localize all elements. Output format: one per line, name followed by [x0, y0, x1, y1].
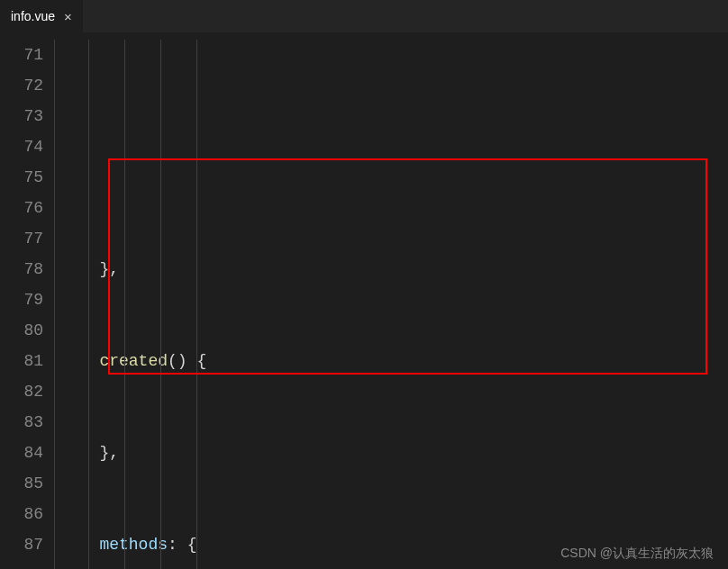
code-text: () { [168, 352, 206, 370]
watermark: CSDN @认真生活的灰太狼 [560, 546, 714, 562]
code-text: }, [99, 444, 119, 462]
line-number: 85 [0, 468, 43, 499]
line-number: 78 [0, 254, 43, 284]
line-number: 79 [0, 284, 43, 315]
code-text: }, [99, 260, 119, 278]
tab-bar: info.vue × [0, 0, 728, 32]
line-number: 86 [0, 499, 43, 529]
line-number: 82 [0, 376, 43, 407]
close-icon[interactable]: × [64, 9, 72, 24]
line-gutter: 71 72 73 74 75 76 77 78 79 80 81 82 83 8… [0, 32, 54, 569]
line-number: 73 [0, 101, 43, 131]
tab-filename: info.vue [11, 9, 55, 23]
code-editor[interactable]: 71 72 73 74 75 76 77 78 79 80 81 82 83 8… [0, 32, 728, 569]
line-number: 75 [0, 162, 43, 193]
line-number: 77 [0, 223, 43, 254]
line-number: 76 [0, 193, 43, 223]
line-number: 71 [0, 40, 43, 70]
code-area[interactable]: }, created() { }, methods: { //查询所有讲师 ge… [70, 32, 728, 569]
line-number: 83 [0, 407, 43, 438]
tab-info-vue[interactable]: info.vue × [0, 0, 83, 32]
code-text: : { [168, 536, 196, 554]
line-number: 74 [0, 131, 43, 162]
line-number: 81 [0, 346, 43, 376]
code-text: created [99, 352, 168, 370]
line-number: 87 [0, 529, 43, 560]
code-text: methods [99, 536, 168, 554]
line-number: 72 [0, 70, 43, 101]
line-number: 84 [0, 438, 43, 468]
line-number: 80 [0, 315, 43, 346]
